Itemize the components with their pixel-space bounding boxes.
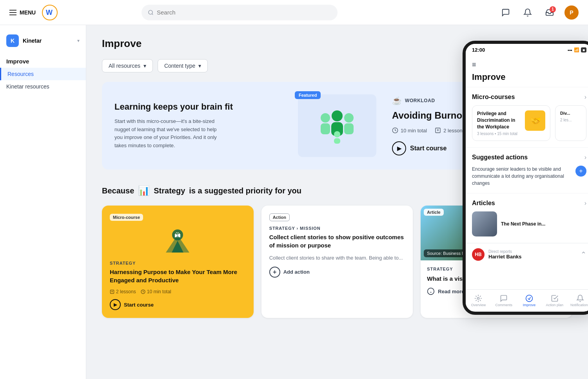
action-card: Action STRATEGY › MISSION Collect client… <box>261 206 413 318</box>
wifi-icon: 📶 <box>574 47 579 52</box>
chevron-down-icon: ▾ <box>77 38 80 43</box>
content-type-filter[interactable]: Content type ▾ <box>158 59 208 72</box>
mobile-course-title-1: Privilege and Discrimination in the Work… <box>477 110 521 130</box>
svg-point-4 <box>344 113 354 123</box>
improve-label: Improve <box>523 303 536 307</box>
overview-icon <box>474 294 482 302</box>
card-category: STRATEGY <box>110 261 246 265</box>
chevron-down-icon: ▾ <box>143 63 146 69</box>
mountain-illustration: 🏔 <box>162 227 193 254</box>
svg-point-2 <box>321 113 330 123</box>
mobile-course-card-1[interactable]: Privilege and Discrimination in the Work… <box>472 105 550 141</box>
svg-point-29 <box>526 295 533 301</box>
svg-rect-3 <box>321 123 330 134</box>
main-content: Improve All resources ▾ Content type ▾ L… <box>86 25 588 379</box>
svg-point-28 <box>477 297 479 299</box>
arrow-right-icon[interactable]: › <box>584 154 586 161</box>
featured-description: Start with this micro-course—it's a bite… <box>114 117 224 150</box>
add-action-button[interactable]: + Add action <box>269 267 405 278</box>
mobile-add-action-button-1[interactable]: + <box>575 166 586 177</box>
mobile-user-role: Direct reports <box>488 249 577 254</box>
article-badge: Article <box>424 209 443 216</box>
featured-text: Learning keeps your brain fit Start with… <box>114 101 282 150</box>
nav-icons: 1 P <box>499 5 579 20</box>
arrow-right-icon[interactable]: › <box>584 94 586 101</box>
mobile-section-header: Micro-courses › <box>472 94 586 101</box>
micro-course-badge: Micro-course <box>110 214 143 221</box>
mobile-suggested-actions-section: Suggested actions › Encourage senior lea… <box>466 148 588 193</box>
svg-text:W: W <box>46 9 53 16</box>
mobile-nav-overview[interactable]: Overview <box>466 292 491 309</box>
mobile-course-meta-2: 2 les... <box>560 118 581 122</box>
chevron-down-icon: ▾ <box>198 63 201 69</box>
logo[interactable]: W <box>42 5 58 20</box>
mobile-course-thumb-1: 🤝 <box>525 110 545 131</box>
mobile-action-text-1: Encourage senior leaders to be visible a… <box>472 166 571 187</box>
articles-title: Articles <box>472 200 495 207</box>
inbox-button[interactable]: 1 <box>543 5 557 20</box>
svg-rect-5 <box>344 123 354 134</box>
mobile-user-name: Harriet Banks <box>488 254 577 260</box>
sidebar-item-resources[interactable]: Resources <box>0 68 86 80</box>
start-course-card-button[interactable]: ▶ Start course <box>110 299 246 310</box>
play-icon: ▶ <box>110 299 121 310</box>
workload-label: WORKLOAD <box>405 98 435 103</box>
overview-label: Overview <box>471 303 486 307</box>
mobile-articles-section: Articles › The Next Phase in... <box>466 193 588 243</box>
mobile-content: ≡ Improve Micro-courses › Pri <box>466 56 588 289</box>
sidebar-section-heading: Improve <box>0 55 86 68</box>
svg-point-1 <box>149 10 152 14</box>
mobile-nav-improve[interactable]: Improve <box>517 292 542 309</box>
workload-icon: ☕ <box>392 96 402 105</box>
search-bar[interactable] <box>142 5 338 20</box>
card-lessons: 2 lessons <box>110 289 136 294</box>
notifications-button[interactable] <box>521 5 535 20</box>
card-category: STRATEGY › MISSION <box>269 226 405 231</box>
featured-heading: Learning keeps your brain fit <box>114 101 282 113</box>
mobile-microcourses-section: Micro-courses › Privilege and Discrimina… <box>466 87 588 148</box>
mobile-nav-comments[interactable]: Comments <box>491 292 517 309</box>
all-resources-filter[interactable]: All resources ▾ <box>102 59 153 72</box>
mobile-bottom-nav: Overview Comments Improve Action plan No… <box>466 289 588 311</box>
card-description: Collect client stories to share with the… <box>269 254 405 262</box>
messages-button[interactable] <box>499 5 513 20</box>
arrow-right-icon[interactable]: › <box>584 200 586 207</box>
notifications-icon <box>576 294 584 302</box>
read-more-icon <box>427 287 435 295</box>
suggested-actions-title: Suggested actions <box>472 154 528 161</box>
org-selector[interactable]: K Kinetar ▾ <box>0 34 86 55</box>
action-plan-label: Action plan <box>546 303 564 307</box>
card-meta: 2 lessons 10 min total <box>110 289 246 294</box>
featured-badge: Featured <box>295 91 321 99</box>
mobile-user-bar: HB Direct reports Harriet Banks ⌃ <box>466 243 588 265</box>
microcourses-title: Micro-courses <box>472 94 515 101</box>
org-avatar: K <box>6 34 19 47</box>
card-body-white: Action STRATEGY › MISSION Collect client… <box>261 206 413 285</box>
mobile-user-info: Direct reports Harriet Banks <box>488 249 577 260</box>
mobile-article-thumb <box>472 211 497 236</box>
mobile-course-title-2: Div... <box>560 110 581 116</box>
micro-course-card: Micro-course 🏔 STRATEGY Harnessing Purpo… <box>102 206 254 318</box>
mobile-articles-header: Articles › <box>472 200 586 207</box>
layout: K Kinetar ▾ Improve Resources Kinetar re… <box>0 25 588 379</box>
svg-text:🤝: 🤝 <box>530 116 541 126</box>
play-icon: ▶ <box>392 141 406 155</box>
signal-icon: ▪▪▪ <box>568 48 572 52</box>
mobile-article-row: The Next Phase in... <box>472 211 586 236</box>
card-title: Harnessing Purpose to Make Your Team Mor… <box>110 268 246 284</box>
svg-point-8 <box>334 131 340 137</box>
sidebar: K Kinetar ▾ Improve Resources Kinetar re… <box>0 25 86 379</box>
mobile-nav-action-plan[interactable]: Action plan <box>542 292 567 309</box>
search-input[interactable] <box>157 9 331 16</box>
mobile-chevron-up-icon[interactable]: ⌃ <box>581 250 586 259</box>
sidebar-item-kinetar-resources[interactable]: Kinetar resources <box>0 80 86 93</box>
search-icon <box>148 9 154 16</box>
user-avatar[interactable]: P <box>564 5 579 20</box>
featured-illustration <box>314 106 361 145</box>
mobile-nav-notifications[interactable]: Notifications <box>567 292 588 309</box>
action-plan-icon <box>551 294 559 302</box>
menu-button[interactable]: MENU <box>9 9 36 16</box>
card-title: Collect client stories to show positive … <box>269 233 405 249</box>
mobile-hamburger-icon[interactable]: ≡ <box>472 61 586 69</box>
course-duration: 10 min total <box>392 127 427 134</box>
